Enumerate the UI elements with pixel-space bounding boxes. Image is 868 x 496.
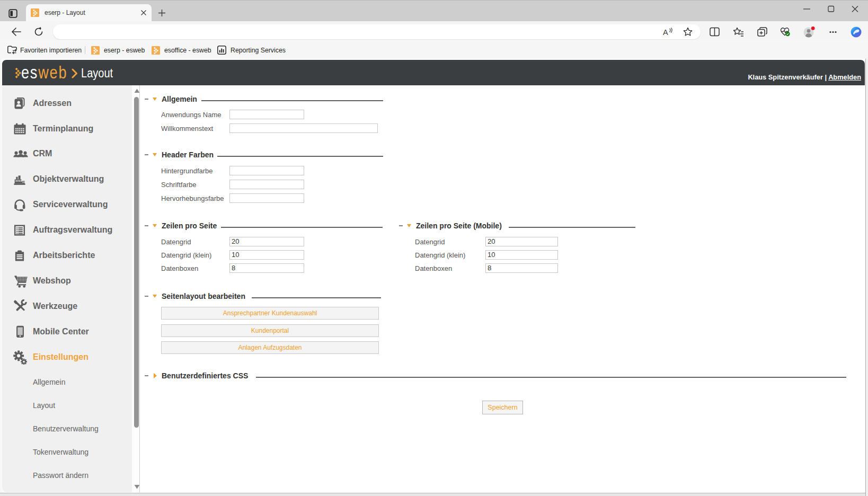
svg-text:A: A — [663, 28, 668, 37]
